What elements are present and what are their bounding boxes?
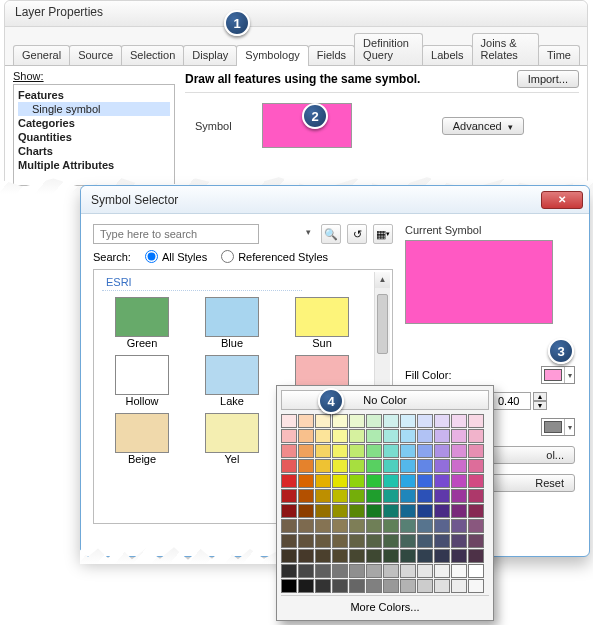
color-swatch[interactable] [451,504,467,518]
color-swatch[interactable] [400,519,416,533]
color-swatch[interactable] [281,534,297,548]
color-swatch[interactable] [349,564,365,578]
color-swatch[interactable] [281,444,297,458]
color-swatch[interactable] [468,489,484,503]
color-swatch[interactable] [451,414,467,428]
gallery-item[interactable]: Green [102,297,182,349]
color-swatch[interactable] [451,534,467,548]
color-swatch[interactable] [383,579,399,593]
gallery-item[interactable]: Hollow [102,355,182,407]
color-swatch[interactable] [349,519,365,533]
color-swatch[interactable] [383,489,399,503]
color-swatch[interactable] [468,414,484,428]
color-swatch[interactable] [400,474,416,488]
color-swatch[interactable] [434,549,450,563]
color-swatch[interactable] [298,579,314,593]
color-swatch[interactable] [468,564,484,578]
color-swatch[interactable] [366,564,382,578]
no-color-button[interactable]: No Color [281,390,489,410]
color-swatch[interactable] [366,429,382,443]
color-swatch[interactable] [434,534,450,548]
tab-labels[interactable]: Labels [422,45,472,65]
color-swatch[interactable] [451,564,467,578]
color-swatch[interactable] [417,444,433,458]
color-swatch[interactable] [366,444,382,458]
color-swatch[interactable] [332,519,348,533]
color-swatch[interactable] [366,489,382,503]
color-swatch[interactable] [349,414,365,428]
color-swatch[interactable] [298,474,314,488]
color-swatch[interactable] [281,474,297,488]
search-input[interactable] [93,224,259,244]
import-button[interactable]: Import... [517,70,579,88]
color-swatch[interactable] [281,414,297,428]
color-swatch[interactable] [400,564,416,578]
tab-display[interactable]: Display [183,45,237,65]
color-swatch[interactable] [434,489,450,503]
color-swatch[interactable] [383,474,399,488]
color-swatch[interactable] [298,489,314,503]
color-swatch[interactable] [281,549,297,563]
color-swatch[interactable] [383,444,399,458]
color-swatch[interactable] [383,414,399,428]
color-swatch[interactable] [417,564,433,578]
color-swatch[interactable] [434,459,450,473]
color-swatch[interactable] [332,459,348,473]
color-swatch[interactable] [417,459,433,473]
color-swatch[interactable] [383,459,399,473]
color-swatch[interactable] [315,489,331,503]
chevron-down-icon[interactable]: ▾ [306,227,311,237]
gallery-item[interactable]: Lake [192,355,272,407]
color-swatch[interactable] [383,549,399,563]
color-swatch[interactable] [332,489,348,503]
color-swatch[interactable] [281,459,297,473]
color-swatch[interactable] [400,534,416,548]
color-swatch[interactable] [332,504,348,518]
tab-symbology[interactable]: Symbology [236,45,308,66]
color-swatch[interactable] [451,489,467,503]
color-swatch[interactable] [349,549,365,563]
color-swatch[interactable] [468,579,484,593]
radio-all-styles[interactable]: All Styles [145,250,207,263]
color-swatch[interactable] [468,519,484,533]
tab-source[interactable]: Source [69,45,122,65]
color-swatch[interactable] [349,534,365,548]
color-swatch[interactable] [383,534,399,548]
radio-referenced-styles[interactable]: Referenced Styles [221,250,328,263]
color-swatch[interactable] [400,579,416,593]
gallery-item[interactable]: Beige [102,413,182,465]
color-swatch[interactable] [332,564,348,578]
tab-definition-query[interactable]: Definition Query [354,33,423,65]
color-swatch[interactable] [281,489,297,503]
color-swatch[interactable] [298,549,314,563]
show-item[interactable]: Features [18,88,170,102]
color-swatch[interactable] [349,444,365,458]
color-swatch[interactable] [332,474,348,488]
color-swatch[interactable] [400,444,416,458]
outline-width-input[interactable] [493,392,531,410]
color-swatch[interactable] [417,429,433,443]
color-swatch[interactable] [383,504,399,518]
color-swatch[interactable] [366,459,382,473]
color-swatch[interactable] [434,564,450,578]
color-swatch[interactable] [451,549,467,563]
color-swatch[interactable] [417,549,433,563]
color-swatch[interactable] [451,459,467,473]
color-swatch[interactable] [315,414,331,428]
spin-up-icon[interactable]: ▲ [533,392,547,401]
color-swatch[interactable] [366,519,382,533]
color-swatch[interactable] [281,519,297,533]
color-swatch[interactable] [400,459,416,473]
color-swatch[interactable] [332,414,348,428]
tab-general[interactable]: General [13,45,70,65]
color-swatch[interactable] [468,474,484,488]
show-item[interactable]: Categories [18,116,170,130]
color-swatch[interactable] [417,504,433,518]
color-swatch[interactable] [332,579,348,593]
view-icon[interactable]: ▦▾ [373,224,393,244]
color-swatch[interactable] [281,429,297,443]
more-colors-button[interactable]: More Colors... [281,595,489,616]
color-swatch[interactable] [451,519,467,533]
color-swatch[interactable] [434,414,450,428]
outline-color-button[interactable]: ▾ [541,418,575,436]
